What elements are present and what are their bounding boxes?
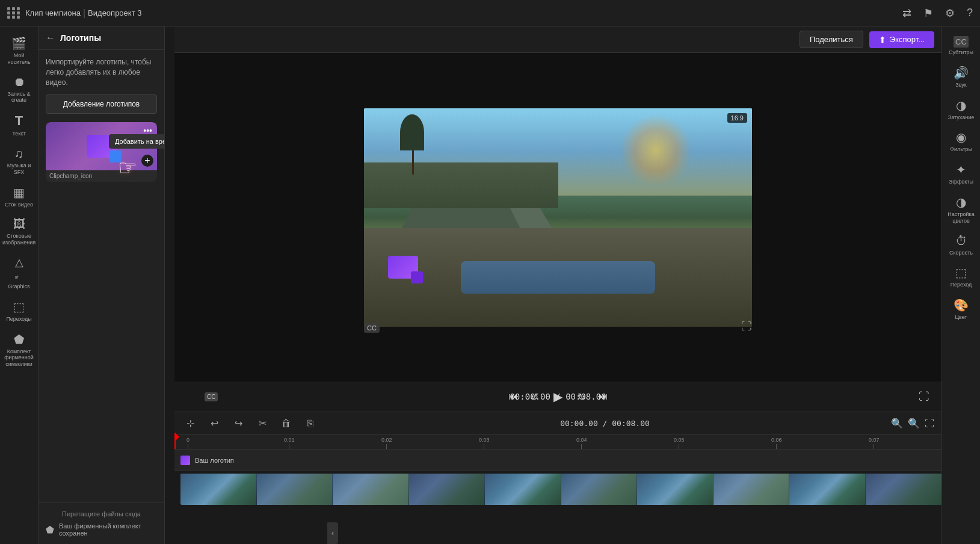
- fullscreen-button[interactable]: ⛶: [741, 320, 752, 333]
- logo-track-icon: [180, 456, 190, 465]
- export-button[interactable]: ⬆ Экспорт...: [869, 31, 934, 48]
- ruler-mark-5: 0:05: [674, 437, 685, 449]
- film-frame-10: [866, 474, 942, 505]
- ruler-marks: 0 0:01 0:02 0:03: [180, 435, 941, 449]
- graphics-icon: △of: [15, 256, 23, 282]
- logo-track-header: Ваш логотип: [174, 450, 941, 471]
- fullscreen-icon: ⛶: [741, 320, 752, 332]
- sidebar-item-stock-images[interactable]: 🖼 Стоковые изображения: [2, 212, 36, 250]
- share-button[interactable]: Поделиться: [800, 31, 863, 48]
- film-frame-8: [713, 474, 790, 505]
- topbar-actions: ⇄ ⚑ ⚙ ?: [902, 7, 973, 20]
- help-icon[interactable]: ?: [967, 7, 973, 19]
- transitions-label: Переходы: [6, 316, 31, 323]
- speed-label: Скорость: [949, 250, 973, 256]
- fit-to-screen-button[interactable]: ⛶: [925, 418, 934, 429]
- film-frame-9: [789, 474, 866, 505]
- share-connect-icon[interactable]: ⇄: [902, 7, 911, 20]
- cursor-tool[interactable]: ⊹: [182, 415, 199, 432]
- add-logo-button[interactable]: Добавление логотипов: [46, 94, 157, 114]
- panel-collapse-button[interactable]: ‹: [327, 522, 338, 544]
- sidebar-item-record[interactable]: ⏺ Запись &create: [2, 70, 36, 108]
- right-item-subtitles[interactable]: CC Субтитры: [945, 31, 978, 60]
- my-media-icon: 🎬: [11, 36, 26, 51]
- logo-add-icon[interactable]: +: [141, 155, 153, 167]
- captions-toggle-icon[interactable]: CC: [205, 392, 218, 401]
- timeline-toolbar: ⊹ ↩ ↪ ✂ 🗑 ⎘ 00:00.00 / 00:08.00 🔍 🔍 ⛶: [174, 412, 941, 435]
- film-frame-2: [257, 474, 333, 505]
- right-item-filters[interactable]: ◉ Фильтры: [945, 125, 978, 156]
- export-label: Экспорт...: [890, 35, 925, 44]
- sidebar-item-brand-kit[interactable]: ⬟ Комплект фирменной символики: [2, 327, 36, 371]
- panel-body: Импортируйте логотипы, чтобы легко добав…: [39, 50, 164, 502]
- panel-header: ← Логотипы: [39, 26, 164, 50]
- sun-glow: [620, 114, 692, 187]
- ruler-mark-3: 0:03: [479, 437, 490, 449]
- right-item-speed[interactable]: ⏱ Скорость: [945, 229, 978, 260]
- settings-icon[interactable]: ⚙: [945, 7, 955, 20]
- record-label: Запись &create: [7, 91, 30, 104]
- timeline-ruler: 0 0:01 0:02 0:03: [174, 435, 941, 450]
- app-grid-icon[interactable]: [7, 7, 25, 19]
- icon-nav: 🎬 Мой носитель ⏺ Запись &create T Текст …: [0, 26, 39, 544]
- delete-button[interactable]: 🗑: [278, 415, 295, 432]
- video-background: [364, 108, 752, 327]
- main-layout: 🎬 Мой носитель ⏺ Запись &create T Текст …: [0, 26, 980, 544]
- topbar: Клип чемпиона | Видеопроект 3 ⇄ ⚑ ⚙ ?: [0, 0, 980, 26]
- zoom-in-button[interactable]: 🔍: [908, 418, 920, 429]
- music-label: Музыка и SFX: [5, 162, 34, 176]
- sidebar-item-graphics[interactable]: △of Graphics: [2, 251, 36, 294]
- back-button[interactable]: ←: [46, 32, 55, 43]
- flag-icon[interactable]: ⚑: [923, 7, 933, 20]
- right-item-fade[interactable]: ◑ Затухание: [945, 93, 978, 125]
- right-item-effects[interactable]: ✦ Эффекты: [945, 158, 978, 189]
- filters-label: Фильтры: [950, 146, 972, 153]
- timeline-tracks: Ваш логотип: [174, 450, 941, 544]
- color-correct-label: Настройка цветов: [947, 211, 976, 224]
- sidebar-item-transitions[interactable]: ⬚ Переходы: [2, 295, 36, 326]
- playback-controls: CC ⏮ ↺ ▶ ↻ ⏭ 00:00.00 / 00:08.00 ⛶: [174, 382, 941, 412]
- copy-button[interactable]: ⎘: [302, 415, 319, 432]
- video-container: 16:9 CC ⛶: [364, 108, 752, 327]
- right-item-color[interactable]: 🎨 Цвет: [945, 293, 978, 324]
- expand-button[interactable]: ⛶: [919, 391, 929, 403]
- river: [461, 261, 655, 294]
- sidebar-item-my-media[interactable]: 🎬 Мой носитель: [2, 31, 36, 69]
- app-title-part1: Клип чемпиона: [25, 8, 81, 17]
- sound-label: Звук: [955, 82, 966, 88]
- logo-card[interactable]: ••• + Clipchamp_icon: [46, 122, 157, 182]
- app-title-part2: Видеопроект 3: [88, 8, 141, 17]
- captions-button[interactable]: CC: [364, 322, 380, 333]
- color-icon: 🎨: [954, 298, 969, 312]
- logo-filename: Clipchamp_icon: [46, 170, 157, 182]
- sidebar-item-music[interactable]: ♫ Музыка и SFX: [2, 142, 36, 179]
- film-frame-3: [333, 474, 409, 505]
- right-item-sound[interactable]: 🔊 Звук: [945, 61, 978, 92]
- logo-track-label: Ваш логотип: [195, 457, 234, 464]
- brand-kit-icon: ⬟: [14, 332, 24, 347]
- zoom-controls: 🔍 🔍 ⛶: [891, 418, 934, 429]
- zoom-out-button[interactable]: 🔍: [891, 418, 903, 429]
- sidebar-item-text[interactable]: T Текст: [2, 108, 36, 141]
- redo-button[interactable]: ↪: [230, 415, 247, 432]
- ruler-mark-6: 0:06: [771, 437, 782, 449]
- sidebar-item-stock-video[interactable]: ▦ Сток видео: [2, 181, 36, 212]
- cut-button[interactable]: ✂: [254, 415, 271, 432]
- undo-button[interactable]: ↩: [206, 415, 223, 432]
- ruler-mark-0: 0: [186, 437, 190, 449]
- film-frame-7: [637, 474, 713, 505]
- timeline-timecode: 00:00.00 / 00:08.00: [326, 419, 884, 428]
- playhead-marker[interactable]: [174, 435, 176, 449]
- transition-label: Переход: [951, 282, 972, 288]
- stock-images-icon: 🖼: [13, 217, 25, 231]
- stock-video-icon: ▦: [13, 185, 25, 200]
- video-logo-overlay[interactable]: [388, 256, 418, 279]
- action-bar: Поделиться ⬆ Экспорт...: [174, 26, 941, 53]
- video-frame: 16:9: [364, 108, 752, 327]
- aspect-ratio-badge[interactable]: 16:9: [727, 113, 747, 123]
- right-item-transition[interactable]: ⬚ Переход: [945, 261, 978, 292]
- film-frame-6: [561, 474, 638, 505]
- video-track[interactable]: [180, 471, 941, 507]
- color-label: Цвет: [955, 314, 967, 321]
- right-item-color-correct[interactable]: ◑ Настройка цветов: [945, 190, 978, 228]
